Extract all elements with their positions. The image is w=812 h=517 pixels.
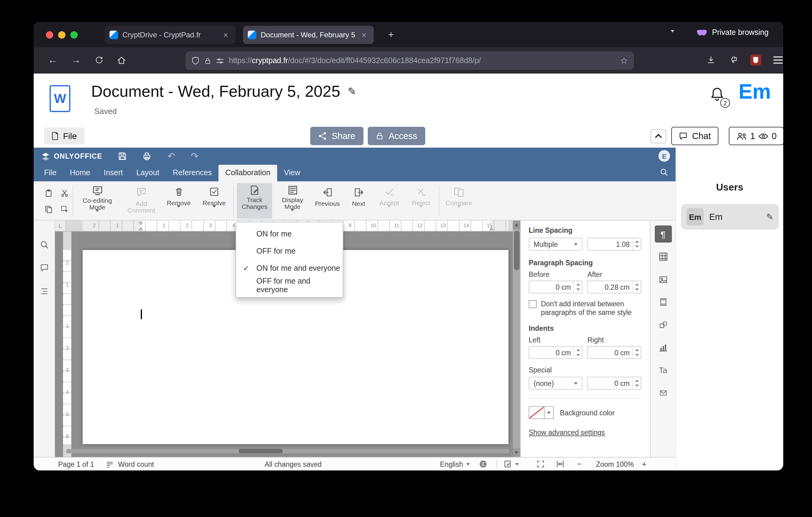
reload-button[interactable] bbox=[90, 51, 108, 69]
collapse-toolbar-button[interactable] bbox=[650, 129, 666, 143]
track-changes-menu-item[interactable]: ✓ ON for me and everyone bbox=[236, 260, 343, 277]
line-spacing-select[interactable]: Multiple bbox=[529, 238, 583, 250]
access-button[interactable]: Access bbox=[368, 127, 425, 145]
window-zoom-button[interactable] bbox=[70, 31, 78, 38]
coediting-mode-button[interactable]: Co-editing Mode bbox=[77, 183, 118, 219]
vertical-ruler[interactable] bbox=[63, 232, 71, 457]
track-changes-menu-item[interactable]: ON for me bbox=[236, 225, 343, 243]
mail-merge-icon[interactable] bbox=[655, 384, 672, 401]
image-settings-icon[interactable] bbox=[655, 271, 672, 288]
track-changes-status-button[interactable] bbox=[503, 458, 519, 470]
print-button[interactable] bbox=[139, 147, 155, 165]
menu-tab-insert[interactable]: Insert bbox=[97, 165, 130, 181]
select-all-button[interactable] bbox=[57, 201, 71, 216]
tracking-shield-icon[interactable] bbox=[192, 56, 200, 65]
account-avatar[interactable]: Em bbox=[738, 80, 771, 104]
tab-stop-selector[interactable]: L bbox=[55, 220, 66, 232]
find-search-icon[interactable] bbox=[660, 168, 668, 179]
scroll-down-icon[interactable] bbox=[513, 448, 520, 457]
indent-right-spinner[interactable]: 0 cm bbox=[587, 346, 641, 359]
right-indent-marker[interactable] bbox=[489, 227, 494, 230]
resolve-button[interactable]: Resolve bbox=[199, 183, 229, 219]
table-settings-icon[interactable] bbox=[655, 248, 672, 265]
paragraph-settings-icon[interactable]: ¶ bbox=[655, 225, 672, 243]
user-list-item[interactable]: Em Em ✎ bbox=[681, 204, 779, 230]
left-indent-marker[interactable] bbox=[138, 227, 143, 230]
zoom-in-button[interactable]: + bbox=[642, 458, 646, 470]
special-indent-select[interactable]: (none) bbox=[529, 377, 583, 389]
fit-page-icon[interactable] bbox=[536, 458, 545, 470]
scrollbar-thumb[interactable] bbox=[514, 231, 519, 270]
track-changes-button[interactable]: Track Changes bbox=[237, 183, 272, 219]
tab-close-icon[interactable]: × bbox=[221, 30, 231, 40]
notifications-bell-button[interactable]: 2 bbox=[709, 86, 728, 107]
menu-tab-view[interactable]: View bbox=[277, 165, 307, 181]
spellcheck-globe-icon[interactable] bbox=[479, 458, 487, 470]
save-button[interactable] bbox=[114, 147, 130, 165]
cut-button[interactable] bbox=[57, 186, 71, 200]
window-close-button[interactable] bbox=[46, 31, 53, 38]
fit-width-icon[interactable] bbox=[556, 458, 564, 470]
zoom-level[interactable]: Zoom 100% bbox=[592, 458, 638, 470]
new-tab-button[interactable]: + bbox=[384, 28, 398, 42]
file-menu-button[interactable]: File bbox=[44, 128, 84, 144]
special-amount-spinner[interactable]: 0 cm bbox=[587, 377, 641, 389]
menu-tab-references[interactable]: References bbox=[166, 165, 219, 181]
list-all-tabs-icon[interactable] bbox=[671, 32, 674, 44]
user-list-button[interactable]: 1 0 bbox=[729, 127, 783, 145]
display-mode-button[interactable]: Display Mode bbox=[276, 183, 309, 219]
undo-button[interactable]: ↶ bbox=[164, 147, 179, 165]
remove-comment-button[interactable]: Remove bbox=[164, 183, 194, 219]
tab-cryptdrive[interactable]: CryptDrive - CryptPad.fr × bbox=[105, 26, 236, 44]
menu-tab-home[interactable]: Home bbox=[63, 165, 97, 181]
downloads-button[interactable] bbox=[702, 51, 720, 69]
permissions-sliders-icon[interactable] bbox=[216, 57, 224, 65]
line-spacing-amount-spinner[interactable]: 1.08 bbox=[587, 238, 641, 250]
scrollbar-thumb[interactable] bbox=[239, 449, 283, 453]
home-button[interactable] bbox=[112, 51, 130, 69]
tab-document[interactable]: Document - Wed, February 5, 2 × bbox=[243, 26, 374, 44]
menu-tab-file[interactable]: File bbox=[37, 165, 63, 181]
redo-button[interactable]: ↷ bbox=[186, 147, 203, 165]
edit-name-pencil-icon[interactable]: ✎ bbox=[766, 212, 774, 222]
first-line-indent-marker[interactable] bbox=[138, 222, 143, 225]
text-art-settings-icon[interactable]: Ta bbox=[655, 361, 672, 379]
language-button[interactable]: English bbox=[440, 458, 470, 470]
shape-settings-icon[interactable] bbox=[655, 316, 672, 333]
lock-icon[interactable] bbox=[204, 57, 211, 65]
url-text[interactable]: https://cryptpad.fr/doc/#/3/doc/edit/ff0… bbox=[229, 56, 615, 65]
navigation-headings-icon[interactable] bbox=[34, 282, 55, 300]
chat-button[interactable]: Chat bbox=[671, 127, 718, 145]
background-color-dropdown[interactable] bbox=[545, 406, 554, 419]
forward-button[interactable]: → bbox=[67, 51, 85, 69]
menu-tab-layout[interactable]: Layout bbox=[130, 165, 166, 181]
page-count[interactable]: Page 1 of 1 bbox=[58, 458, 94, 470]
document-title[interactable]: Document - Wed, February 5, 2025 bbox=[91, 82, 340, 101]
chart-settings-icon[interactable] bbox=[655, 339, 672, 356]
comments-panel-icon[interactable] bbox=[34, 258, 55, 277]
horizontal-scrollbar[interactable] bbox=[66, 449, 509, 453]
advanced-settings-link[interactable]: Show advanced settings bbox=[529, 429, 605, 436]
spacing-after-spinner[interactable]: 0.28 cm bbox=[587, 280, 641, 293]
share-button[interactable]: Share bbox=[310, 127, 363, 145]
extensions-puzzle-icon[interactable] bbox=[725, 51, 743, 69]
previous-change-button[interactable]: Previous bbox=[313, 183, 342, 219]
paste-button[interactable] bbox=[41, 186, 56, 200]
zoom-out-button[interactable]: − bbox=[577, 458, 582, 470]
header-footer-settings-icon[interactable] bbox=[655, 293, 672, 310]
copy-button[interactable] bbox=[41, 201, 56, 216]
ublock-origin-icon[interactable] bbox=[747, 51, 765, 69]
window-minimize-button[interactable] bbox=[58, 31, 65, 38]
word-count-button[interactable]: Word count bbox=[118, 458, 154, 470]
track-changes-menu-item[interactable]: OFF for me and everyone bbox=[236, 277, 343, 294]
vertical-scrollbar[interactable] bbox=[513, 220, 520, 457]
tab-close-icon[interactable]: × bbox=[359, 30, 369, 40]
interval-checkbox[interactable] bbox=[529, 300, 536, 308]
menu-tab-collaboration[interactable]: Collaboration bbox=[219, 165, 277, 181]
back-button[interactable]: ← bbox=[44, 51, 62, 69]
indent-left-spinner[interactable]: 0 cm bbox=[529, 346, 583, 359]
url-bar[interactable]: https://cryptpad.fr/doc/#/3/doc/edit/ff0… bbox=[185, 51, 634, 70]
next-change-button[interactable]: Next bbox=[346, 183, 371, 219]
scroll-up-icon[interactable] bbox=[513, 220, 520, 229]
track-changes-menu-item[interactable]: OFF for me bbox=[236, 243, 343, 260]
